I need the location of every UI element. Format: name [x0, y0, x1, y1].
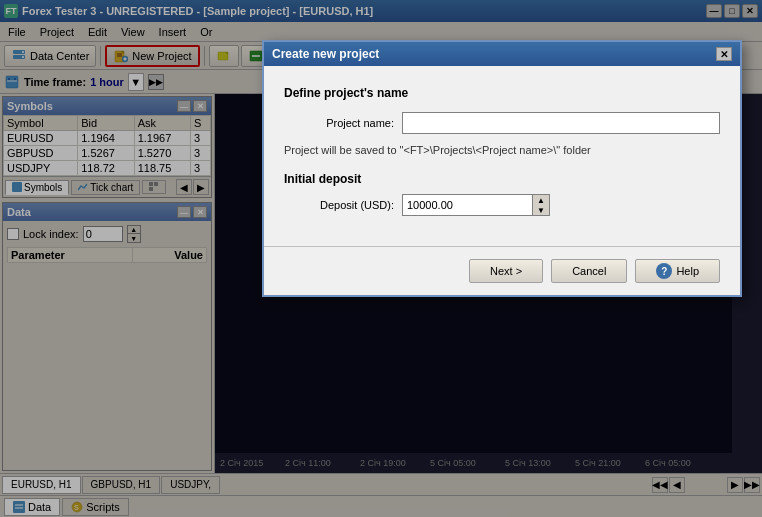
- deposit-decrement-btn[interactable]: ▼: [533, 205, 549, 215]
- section1-title: Define project's name: [284, 86, 720, 100]
- dialog-title-bar: Create new project ✕: [264, 42, 740, 66]
- project-name-row: Project name:: [284, 112, 720, 134]
- cancel-btn[interactable]: Cancel: [551, 259, 627, 283]
- deposit-input[interactable]: [402, 194, 532, 216]
- help-btn-label: Help: [676, 265, 699, 277]
- next-btn[interactable]: Next >: [469, 259, 543, 283]
- help-btn[interactable]: ? Help: [635, 259, 720, 283]
- cancel-btn-label: Cancel: [572, 265, 606, 277]
- deposit-row: Deposit (USD): ▲ ▼: [284, 194, 720, 216]
- deposit-spinner: ▲ ▼: [532, 194, 550, 216]
- section2-title: Initial deposit: [284, 172, 720, 186]
- modal-overlay: Create new project ✕ Define project's na…: [0, 0, 762, 517]
- dialog-title: Create new project: [272, 47, 379, 61]
- deposit-input-wrap: ▲ ▼: [402, 194, 550, 216]
- help-icon: ?: [656, 263, 672, 279]
- project-name-input[interactable]: [402, 112, 720, 134]
- dialog-close-btn[interactable]: ✕: [716, 47, 732, 61]
- next-btn-label: Next >: [490, 265, 522, 277]
- dialog-create-project: Create new project ✕ Define project's na…: [262, 40, 742, 297]
- save-path-text: Project will be saved to "<FT>\Projects\…: [284, 144, 720, 156]
- dialog-body: Define project's name Project name: Proj…: [264, 66, 740, 246]
- project-name-label: Project name:: [284, 117, 394, 129]
- deposit-label: Deposit (USD):: [284, 199, 394, 211]
- dialog-footer: Next > Cancel ? Help: [264, 246, 740, 295]
- deposit-increment-btn[interactable]: ▲: [533, 195, 549, 205]
